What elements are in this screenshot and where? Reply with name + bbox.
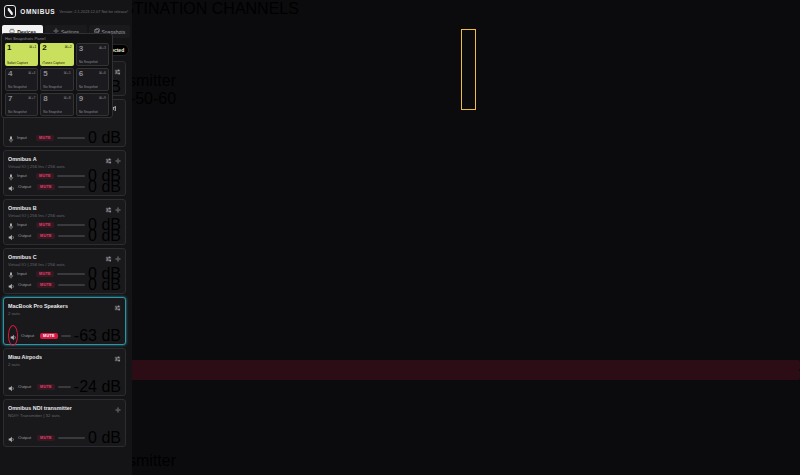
route-line-vertical	[195, 0, 197, 254]
snapshot-number: 7	[8, 94, 12, 103]
snapshot-cell-3[interactable]: 3⌘+3No Snapshot	[76, 43, 109, 66]
channel-strip-row: OutputMUTE-24 dB	[8, 381, 121, 392]
gear-icon[interactable]	[115, 199, 121, 217]
snapshot-number: 1	[7, 43, 11, 52]
gear-icon[interactable]	[115, 399, 121, 417]
selected-column-highlight	[329, 0, 342, 312]
snapshot-label: No Snapshot	[8, 85, 27, 89]
omnibus-window: OMNIBUS Version: 2.1.2023.12.07 Not for …	[0, 0, 800, 475]
snapshot-hotkey: ⌘+2	[64, 45, 71, 49]
db-value: -24 dB	[74, 378, 121, 396]
snapshot-label: No Snapshot	[8, 110, 27, 114]
sliders-icon[interactable]	[105, 150, 112, 168]
snapshot-cell-2[interactable]: 2⌘+2iTunes Capture	[40, 43, 73, 66]
mic-icon	[8, 129, 14, 147]
route-line-vertical	[233, 0, 235, 264]
snapshot-number: 9	[79, 94, 83, 103]
volume-slider[interactable]	[58, 383, 71, 390]
route-line-horizontal	[0, 251, 184, 253]
snapshot-hotkey: ⌘+8	[63, 96, 70, 100]
sliders-icon[interactable]	[105, 199, 112, 217]
snapshots-panel-title: Hot Snapshots Panel	[5, 36, 109, 43]
volume-slider[interactable]	[58, 281, 85, 288]
device-card-header: Omnibus A	[8, 154, 121, 163]
ruler-tick: -60	[153, 90, 176, 107]
volume-slider[interactable]	[61, 332, 71, 339]
route-line-horizontal	[0, 263, 235, 265]
sliders-icon[interactable]	[114, 348, 121, 366]
mute-button[interactable]: MUTE	[37, 184, 55, 190]
device-card-Miau Airpods[interactable]: Miau Airpods2 outsOutputMUTE-24 dB	[3, 348, 126, 396]
slider-fill	[58, 186, 84, 188]
channel-strip-row: OutputMUTE-63 dB	[8, 330, 121, 341]
snapshot-label: iTunes Capture	[42, 61, 64, 65]
mute-button[interactable]: MUTE	[37, 435, 55, 441]
device-card-header: MacBook Pro Speakers	[8, 301, 121, 310]
snapshot-number: 4	[8, 69, 12, 78]
snapshot-cell-5[interactable]: 5⌘+5No Snapshot	[40, 68, 73, 91]
selected-crosspoint-cell[interactable]	[330, 313, 341, 324]
snapshot-hotkey: ⌘+3	[99, 46, 106, 50]
device-card-Omnibus NDI transmitter[interactable]: Omnibus NDI transmitterNDI® Transmitter …	[3, 399, 126, 447]
device-card-Omnibus B[interactable]: Omnibus BVirtual IO | 256 Ins / 256 outs…	[3, 199, 126, 245]
snapshot-cell-9[interactable]: 9⌘+9No Snapshot	[76, 93, 109, 116]
slider-fill	[58, 437, 84, 439]
snapshot-number: 3	[79, 44, 83, 53]
volume-slider[interactable]	[58, 232, 85, 239]
mute-button[interactable]: MUTE	[37, 233, 55, 239]
device-name: MacBook Pro Speakers	[8, 303, 68, 309]
snapshot-label: Safari Capture	[7, 61, 28, 65]
speaker-icon	[8, 378, 15, 396]
snapshot-cell-8[interactable]: 8⌘+8No Snapshot	[40, 93, 73, 116]
volume-slider[interactable]	[57, 172, 85, 179]
mute-button[interactable]: MUTE	[36, 173, 54, 179]
snapshot-label: No Snapshot	[43, 110, 62, 114]
app-title: OMNIBUS	[20, 8, 55, 15]
device-card-header: Omnibus NDI transmitter	[8, 403, 121, 412]
slider-fill	[57, 175, 84, 177]
volume-slider[interactable]	[57, 134, 85, 141]
device-card-icons	[115, 399, 121, 417]
ruler-tick: -50	[130, 90, 153, 107]
io-label: Output	[18, 435, 34, 440]
device-card-Omnibus A[interactable]: Omnibus AVirtual IO | 256 Ins / 256 outs…	[3, 150, 126, 196]
route-line-vertical	[221, 0, 223, 260]
gear-icon[interactable]	[115, 150, 121, 168]
mute-button[interactable]: MUTE	[36, 222, 54, 228]
snapshot-cell-1[interactable]: 1⌘+1Safari Capture	[5, 43, 38, 66]
snapshot-cell-7[interactable]: 7⌘+7No Snapshot	[5, 93, 38, 116]
route-line-vertical	[259, 0, 261, 270]
device-name: Omnibus B	[8, 205, 37, 211]
snapshot-cell-4[interactable]: 4⌘+4No Snapshot	[5, 68, 38, 91]
snapshot-hotkey: ⌘+7	[28, 96, 35, 100]
volume-slider[interactable]	[57, 221, 85, 228]
db-value: 0 dB	[88, 178, 121, 196]
volume-slider[interactable]	[58, 434, 85, 441]
omnibus-logo-icon	[4, 5, 16, 18]
slider-fill	[61, 335, 62, 337]
route-line-horizontal	[0, 269, 260, 271]
mute-button[interactable]: MUTE	[40, 333, 58, 339]
volume-slider[interactable]	[58, 183, 85, 190]
route-line-vertical	[119, 0, 121, 42]
slider-fill	[58, 386, 68, 388]
device-name: Omnibus NDI transmitter	[8, 405, 72, 411]
mute-button[interactable]: MUTE	[36, 135, 54, 141]
snapshot-label: No Snapshot	[79, 85, 98, 89]
speaker-icon	[8, 227, 15, 245]
mute-button[interactable]: MUTE	[37, 384, 55, 390]
db-value: -63 dB	[74, 327, 121, 345]
snapshot-cell-6[interactable]: 6⌘+6No Snapshot	[76, 68, 109, 91]
route-line-horizontal	[0, 254, 197, 256]
snapshot-label: No Snapshot	[79, 60, 98, 64]
slider-track	[61, 335, 71, 337]
io-label: Output	[18, 384, 34, 389]
device-name: Miau Airpods	[8, 354, 42, 360]
speaker-icon	[8, 429, 15, 447]
device-card-header: Miau Airpods	[8, 352, 121, 361]
db-value: 0 dB	[88, 129, 121, 147]
io-label: Input	[17, 173, 33, 178]
mute-button[interactable]: MUTE	[37, 282, 55, 288]
channel-strip-row: OutputMUTE0 dB	[8, 181, 121, 192]
snapshot-grid: 1⌘+1Safari Capture2⌘+2iTunes Capture3⌘+3…	[5, 43, 109, 116]
